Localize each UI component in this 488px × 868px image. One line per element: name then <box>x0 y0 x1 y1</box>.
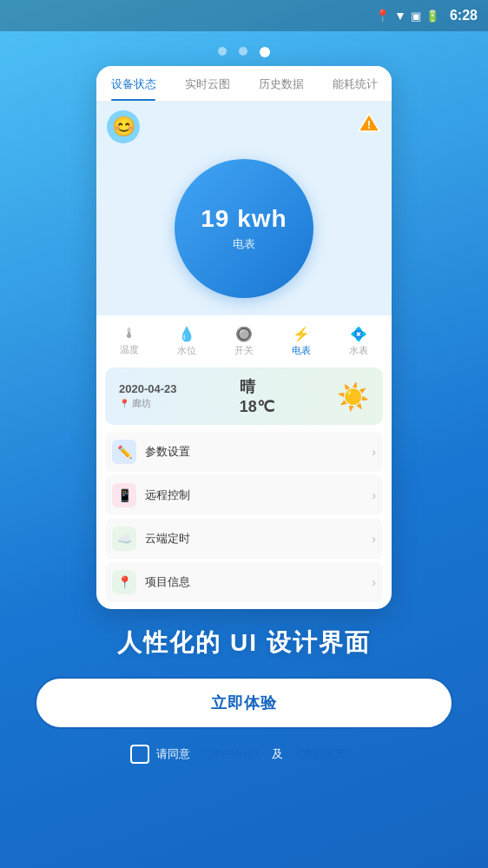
location-icon: 📍 <box>375 9 390 23</box>
settings-label: 参数设置 <box>145 444 190 460</box>
menu-item-remote-control[interactable]: 📱 远程控制 › <box>105 475 383 515</box>
weather-date: 2020-04-23 <box>119 382 177 395</box>
agreement-user-link[interactable]: 《用户协议》 <box>197 746 265 762</box>
indicator-3[interactable] <box>260 47 270 57</box>
agreement-checkbox[interactable] <box>130 745 149 764</box>
indicator-2[interactable] <box>239 47 247 56</box>
weather-sun-icon: ☀️ <box>337 381 369 412</box>
chevron-right-icon: › <box>372 445 376 459</box>
electric-icon: ⚡ <box>293 326 310 342</box>
weather-location: 📍 廊坊 <box>119 397 177 410</box>
agreement-row: 请同意 《用户协议》 及 《隐私政策》 <box>35 745 453 764</box>
svg-text:!: ! <box>367 118 371 131</box>
cloud-timer-label: 云端定时 <box>145 531 190 547</box>
sensor-tab-switch[interactable]: 🔘 开关 <box>216 322 272 361</box>
signal-icon: ▣ <box>411 10 421 23</box>
weather-bar: 2020-04-23 📍 廊坊 晴 18℃ ☀️ <box>105 368 383 425</box>
status-bar: 📍 ▼ ▣ 🔋 6:28 <box>0 0 488 31</box>
avatar: 😊 <box>107 110 140 143</box>
gauge-circle: 19 kwh 电表 <box>175 159 313 298</box>
wifi-icon: ▼ <box>394 9 406 23</box>
weather-left: 2020-04-23 📍 廊坊 <box>119 382 177 410</box>
agreement-and: 及 <box>272 746 283 762</box>
tab-bar: 设备状态 实时云图 历史数据 能耗统计 <box>96 66 392 102</box>
water-level-icon: 💧 <box>178 326 195 342</box>
location-pin-icon: 📍 <box>119 399 129 408</box>
cloud-icon: ☁️ <box>112 527 136 551</box>
sensor-tab-water-level[interactable]: 💧 水位 <box>159 322 214 361</box>
tab-energy-stats[interactable]: 能耗统计 <box>318 66 392 101</box>
tagline: 人性化的 UI 设计界面 <box>35 626 453 659</box>
temperature-icon: 🌡 <box>122 326 136 341</box>
menu-item-cloud-timer[interactable]: ☁️ 云端定时 › <box>105 519 383 559</box>
switch-icon: 🔘 <box>235 326 253 342</box>
agreement-prefix: 请同意 <box>156 746 190 762</box>
device-header: 😊 ! <box>96 102 392 150</box>
water-meter-icon: 💠 <box>350 326 367 342</box>
agreement-privacy-link[interactable]: 《隐私政策》 <box>290 746 358 762</box>
tab-device-status[interactable]: 设备状态 <box>96 66 170 101</box>
page-indicators <box>0 47 488 57</box>
remote-control-icon: 📱 <box>112 483 136 507</box>
chevron-right-icon-3: › <box>372 532 376 546</box>
bottom-section: 人性化的 UI 设计界面 立即体验 请同意 《用户协议》 及 《隐私政策》 <box>0 626 488 764</box>
chevron-right-icon-2: › <box>372 488 376 502</box>
status-icons: 📍 ▼ ▣ 🔋 <box>375 9 439 23</box>
project-icon: 📍 <box>112 570 136 594</box>
cta-button[interactable]: 立即体验 <box>35 677 453 729</box>
remote-control-label: 远程控制 <box>145 487 190 503</box>
sensor-tab-water-meter[interactable]: 💠 水表 <box>331 322 386 361</box>
sensor-tab-temperature[interactable]: 🌡 温度 <box>102 322 157 361</box>
project-info-label: 项目信息 <box>145 574 190 590</box>
menu-item-settings[interactable]: ✏️ 参数设置 › <box>105 432 383 472</box>
menu-items: ✏️ 参数设置 › 📱 远程控制 › ☁️ 云端定时 › 📍 项目信息 › <box>96 425 392 609</box>
gauge-label: 电表 <box>233 236 255 252</box>
gauge-container: 19 kwh 电表 <box>96 150 392 315</box>
status-time: 6:28 <box>450 8 478 23</box>
menu-item-project-info[interactable]: 📍 项目信息 › <box>105 562 383 602</box>
tab-history-data[interactable]: 历史数据 <box>244 66 318 101</box>
tab-realtime-cloud[interactable]: 实时云图 <box>170 66 244 101</box>
phone-card: 设备状态 实时云图 历史数据 能耗统计 😊 ! 19 kwh 电表 <box>96 66 392 609</box>
sensor-tab-electric[interactable]: ⚡ 电表 <box>274 322 329 361</box>
gauge-value: 19 kwh <box>201 205 287 233</box>
alert-icon[interactable]: ! <box>357 110 381 135</box>
sensor-tabs: 🌡 温度 💧 水位 🔘 开关 ⚡ 电表 💠 水表 <box>96 315 392 368</box>
battery-icon: 🔋 <box>425 10 439 23</box>
indicator-1[interactable] <box>218 47 227 56</box>
device-avatar-icon: 😊 <box>112 116 135 138</box>
chevron-right-icon-4: › <box>372 575 376 589</box>
settings-icon: ✏️ <box>112 440 136 464</box>
weather-condition: 晴 18℃ <box>240 376 274 416</box>
